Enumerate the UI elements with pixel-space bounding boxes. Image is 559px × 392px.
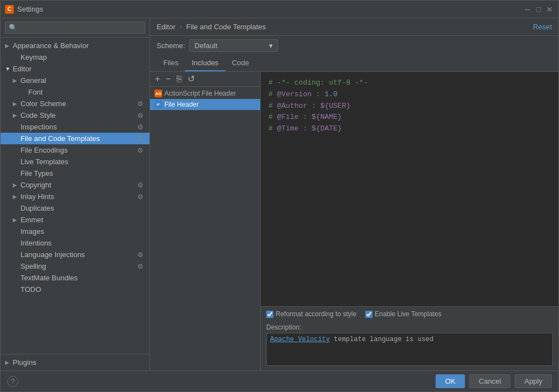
sidebar-item-font[interactable]: Font [1,86,149,98]
tab-includes[interactable]: Includes [185,55,225,71]
sidebar-item-file-and-code-templates[interactable]: File and Code Templates ⚙ [1,133,149,144]
cancel-button[interactable]: Cancel [469,374,510,388]
sidebar-item-emmet[interactable]: ▶ Emmet [1,214,149,226]
sidebar-item-label: Editor [13,65,145,73]
breadcrumb: Editor › File and Code Templates [157,23,533,31]
sidebar-item-color-scheme[interactable]: ▶ Color Scheme ⚙ [1,98,149,109]
reformat-checkbox[interactable] [266,311,273,318]
sidebar-item-language-injections[interactable]: Language Injections ⚙ [1,249,149,260]
arrow-icon: ▶ [5,43,13,49]
sidebar-item-label: File and Code Templates [20,134,136,143]
sidebar-item-images[interactable]: Images [1,226,149,237]
sidebar-item-label: TODO [20,285,145,294]
sidebar-item-general[interactable]: ▶ General [1,75,149,86]
sidebar-item-code-style[interactable]: ▶ Code Style ⚙ [1,109,149,121]
svg-rect-0 [156,102,161,107]
code-line-3: # @Author : ${USER} [268,101,551,112]
sidebar-tree: ▶ Appearance & Behavior Keymap ▼ Editor [1,38,149,354]
sidebar-item-label: Inlay Hints [20,192,136,201]
question-mark-icon: ? [11,378,15,385]
help-button[interactable]: ? [7,376,18,387]
scheme-value: Default [194,41,217,50]
sidebar-item-keymap[interactable]: Keymap [1,51,149,63]
main-panel: Editor › File and Code Templates Reset S… [150,18,558,370]
arrow-icon: ▶ [13,101,20,107]
apache-velocity-link[interactable]: Apache Velocity [270,336,330,343]
sidebar-item-copyright[interactable]: ▶ Copyright ⚙ [1,179,149,191]
breadcrumb-bar: Editor › File and Code Templates Reset [150,18,558,36]
sidebar-item-label: TextMate Bundles [20,274,145,282]
tab-files[interactable]: Files [157,55,185,71]
sidebar-item-editor[interactable]: ▼ Editor [1,63,149,75]
arrow-icon: ▶ [13,194,20,200]
scheme-select[interactable]: Default ▾ [189,39,278,52]
sidebar-item-appearance[interactable]: ▶ Appearance & Behavior [1,40,149,51]
sidebar-item-duplicates[interactable]: Duplicates [1,202,149,214]
settings-icon: ⚙ [137,123,145,131]
maximize-button[interactable]: □ [534,5,543,14]
editor-area: + − ⎘ ↺ AS ActionScript File Header [150,72,558,370]
arrow-icon: ▶ [13,112,20,118]
arrow-icon: ▶ [13,217,20,223]
settings-icon: ⚙ [137,263,145,270]
sidebar-item-inlay-hints[interactable]: ▶ Inlay Hints ⚙ [1,191,149,202]
file-item-file-header[interactable]: File Header [150,99,260,110]
code-editor[interactable]: # -*- coding: utf-8 -*- # @Version : 1.0… [261,72,558,306]
sidebar-item-file-encodings[interactable]: File Encodings ⚙ [1,144,149,156]
apply-button[interactable]: Apply [515,374,552,388]
file-list-panel: + − ⎘ ↺ AS ActionScript File Header [150,72,261,370]
sidebar-item-spelling[interactable]: Spelling ⚙ [1,260,149,272]
minimize-button[interactable]: ─ [523,5,532,14]
actionscript-icon: AS [154,90,162,97]
file-item-actionscript-header[interactable]: AS ActionScript File Header [150,88,260,99]
arrow-icon: ▶ [13,77,20,83]
search-box [1,18,149,38]
sidebar-item-inspections[interactable]: Inspections ⚙ [1,121,149,133]
sidebar-item-textmate-bundles[interactable]: TextMate Bundles [1,272,149,284]
sidebar-item-label: File Types [20,169,145,177]
sidebar-item-label: Plugins [13,358,145,367]
add-template-button[interactable]: + [153,74,162,84]
arrow-icon: ▶ [13,182,20,188]
sidebar-item-label: Appearance & Behavior [13,41,145,50]
settings-icon: ⚙ [137,112,145,119]
reformat-checkbox-row[interactable]: Reformat according to style [266,310,356,318]
sidebar-item-intentions[interactable]: Intentions [1,237,149,249]
description-label: Description: [266,323,553,331]
tab-includes-label: Includes [191,59,218,67]
sidebar-item-label: Keymap [20,53,145,61]
search-input[interactable] [5,22,145,34]
tab-code[interactable]: Code [225,55,256,71]
sidebar-item-plugins[interactable]: ▶ Plugins [1,357,149,368]
reformat-label: Reformat according to style [276,310,356,318]
chevron-down-icon: ▾ [269,41,273,50]
tabs-bar: Files Includes Code [150,55,558,72]
settings-icon: ⚙ [137,135,145,143]
sidebar-item-todo[interactable]: TODO [1,284,149,295]
breadcrumb-separator: › [180,23,182,31]
reset-button[interactable]: Reset [533,23,552,31]
sidebar-item-live-templates[interactable]: Live Templates [1,156,149,168]
close-button[interactable]: ✕ [545,5,554,14]
main-content: ▶ Appearance & Behavior Keymap ▼ Editor [1,18,558,370]
code-line-4: # @File : ${NAME} [268,112,551,123]
window-controls: ─ □ ✕ [523,5,554,14]
file-list: AS ActionScript File Header [150,87,260,370]
sidebar-item-file-types[interactable]: File Types [1,168,149,179]
sidebar-item-label: Live Templates [20,158,145,166]
remove-template-button[interactable]: − [164,74,172,84]
file-header-icon [154,101,162,108]
live-templates-label: Enable Live Templates [375,310,442,318]
description-box[interactable]: Apache Velocity template language is use… [266,333,553,366]
live-templates-checkbox-row[interactable]: Enable Live Templates [365,310,442,318]
window-title: Settings [17,5,523,13]
live-templates-checkbox[interactable] [365,311,372,318]
app-icon: C [5,5,14,14]
breadcrumb-parent[interactable]: Editor [157,23,175,31]
copy-template-button[interactable]: ⎘ [175,74,184,84]
sidebar-item-label: Emmet [20,216,145,224]
revert-template-button[interactable]: ↺ [186,74,196,84]
ok-button[interactable]: OK [436,374,465,388]
settings-icon: ⚙ [137,193,145,201]
sidebar: ▶ Appearance & Behavior Keymap ▼ Editor [1,18,150,370]
